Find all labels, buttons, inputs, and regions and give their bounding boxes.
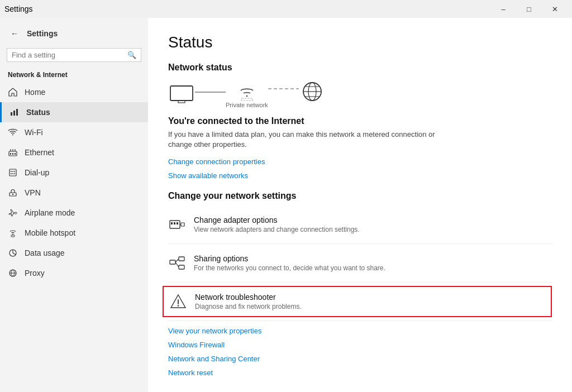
sidebar-item-hotspot-label: Mobile hotspot [25, 228, 75, 237]
setting-item-adapter[interactable]: Change adapter options View network adap… [168, 209, 552, 240]
sidebar-item-dialup[interactable]: Dial-up [0, 162, 148, 183]
svg-rect-9 [15, 153, 16, 155]
sidebar-item-dialup-label: Dial-up [25, 168, 49, 177]
svg-rect-2 [16, 109, 18, 116]
sidebar-item-vpn-label: VPN [25, 188, 41, 197]
dialup-icon [8, 168, 18, 178]
title-bar-title: Settings [4, 4, 33, 13]
sidebar-item-home[interactable]: Home [0, 82, 148, 102]
minimize-button[interactable]: – [490, 0, 516, 18]
status-icon [9, 107, 20, 117]
divider3 [168, 321, 552, 321]
adapter-title: Change adapter options [194, 216, 360, 224]
windows-firewall-link[interactable]: Windows Firewall [168, 341, 552, 349]
datausage-icon [8, 248, 18, 258]
back-button[interactable]: ← [7, 26, 22, 41]
svg-rect-19 [11, 235, 15, 237]
router-icon: Private network [226, 82, 268, 108]
wifi-icon [8, 127, 18, 137]
svg-rect-1 [13, 111, 15, 116]
svg-point-11 [11, 171, 12, 172]
svg-rect-33 [181, 223, 184, 226]
sidebar: ← Settings 🔍 Network & Internet Home [0, 18, 148, 392]
svg-rect-10 [9, 169, 16, 176]
setting-item-sharing[interactable]: Sharing options For the networks you con… [168, 247, 552, 279]
content-area: Status Network status [148, 18, 572, 392]
svg-point-16 [14, 173, 15, 174]
sharing-desc: For the networks you connect to, decide … [194, 264, 385, 272]
back-arrow-icon: ← [11, 29, 18, 38]
title-bar: Settings – □ ✕ [0, 0, 572, 18]
sidebar-item-proxy[interactable]: Proxy [0, 263, 148, 283]
sidebar-item-status-label: Status [26, 108, 50, 117]
svg-rect-35 [171, 222, 173, 224]
sidebar-item-datausage[interactable]: Data usage [0, 243, 148, 263]
troubleshooter-desc: Diagnose and fix network problems. [195, 303, 302, 310]
sidebar-item-vpn[interactable]: VPN [0, 183, 148, 203]
vpn-icon [8, 188, 18, 198]
connected-sub: If you have a limited data plan, you can… [168, 130, 436, 150]
sidebar-item-wifi[interactable]: Wi-Fi [0, 122, 148, 142]
view-properties-link[interactable]: View your network properties [168, 327, 552, 335]
change-connection-link[interactable]: Change connection properties [168, 157, 552, 166]
svg-rect-23 [170, 86, 193, 101]
network-diagram: Private network [168, 82, 552, 108]
svg-line-42 [175, 262, 179, 267]
line1 [195, 92, 226, 93]
svg-point-13 [14, 171, 15, 172]
divider1 [168, 243, 552, 244]
title-bar-controls: – □ ✕ [490, 0, 568, 18]
sidebar-item-hotspot[interactable]: Mobile hotspot [0, 223, 148, 243]
adapter-desc: View network adapters and change connect… [194, 226, 360, 233]
sidebar-item-ethernet-label: Ethernet [25, 148, 54, 157]
private-network-label: Private network [226, 102, 268, 108]
search-box[interactable]: 🔍 [7, 48, 141, 62]
computer-icon [168, 84, 195, 106]
svg-rect-38 [170, 260, 175, 264]
setting-item-troubleshooter[interactable]: Network troubleshooter Diagnose and fix … [163, 286, 552, 317]
sidebar-item-ethernet[interactable]: Ethernet [0, 142, 148, 162]
sidebar-header: ← Settings [0, 18, 148, 46]
ethernet-icon [8, 147, 18, 157]
footer-links: View your network properties Windows Fir… [168, 327, 552, 377]
show-networks-link[interactable]: Show available networks [168, 171, 552, 180]
svg-rect-8 [12, 153, 13, 155]
sidebar-item-datausage-label: Data usage [25, 248, 65, 257]
change-network-heading: Change your network settings [168, 191, 552, 201]
svg-point-14 [11, 173, 12, 174]
page-title: Status [168, 34, 552, 51]
sharing-center-link[interactable]: Network and Sharing Center [168, 355, 552, 363]
dashed-line [268, 88, 299, 89]
svg-point-18 [12, 194, 13, 195]
svg-rect-7 [10, 153, 11, 155]
close-button[interactable]: ✕ [542, 0, 568, 18]
svg-line-41 [175, 259, 179, 262]
sidebar-item-home-label: Home [25, 88, 45, 97]
proxy-icon [8, 268, 18, 278]
svg-rect-0 [11, 112, 12, 116]
connected-message: You're connected to the Internet [168, 116, 552, 126]
svg-rect-40 [179, 265, 184, 269]
search-input[interactable] [12, 51, 124, 59]
sidebar-item-proxy-label: Proxy [25, 269, 45, 278]
sidebar-app-title: Settings [27, 29, 58, 38]
globe-icon [299, 79, 326, 104]
sharing-title: Sharing options [194, 254, 385, 263]
sidebar-item-status[interactable]: Status [0, 102, 148, 122]
home-icon [8, 87, 18, 97]
main-container: ← Settings 🔍 Network & Internet Home [0, 18, 572, 392]
sharing-icon [168, 254, 186, 272]
maximize-button[interactable]: □ [516, 0, 542, 18]
sidebar-section-title: Network & Internet [0, 68, 148, 82]
airplane-icon [8, 208, 18, 218]
hotspot-icon [8, 228, 18, 238]
network-reset-link[interactable]: Network reset [168, 369, 552, 377]
troubleshooter-title: Network troubleshooter [195, 293, 302, 302]
title-bar-left: Settings [4, 4, 33, 13]
adapter-icon [168, 216, 186, 233]
sidebar-item-airplane[interactable]: Airplane mode [0, 203, 148, 223]
sidebar-item-airplane-label: Airplane mode [25, 208, 75, 217]
divider2 [168, 282, 552, 283]
svg-rect-37 [177, 222, 178, 224]
svg-rect-26 [241, 98, 252, 101]
